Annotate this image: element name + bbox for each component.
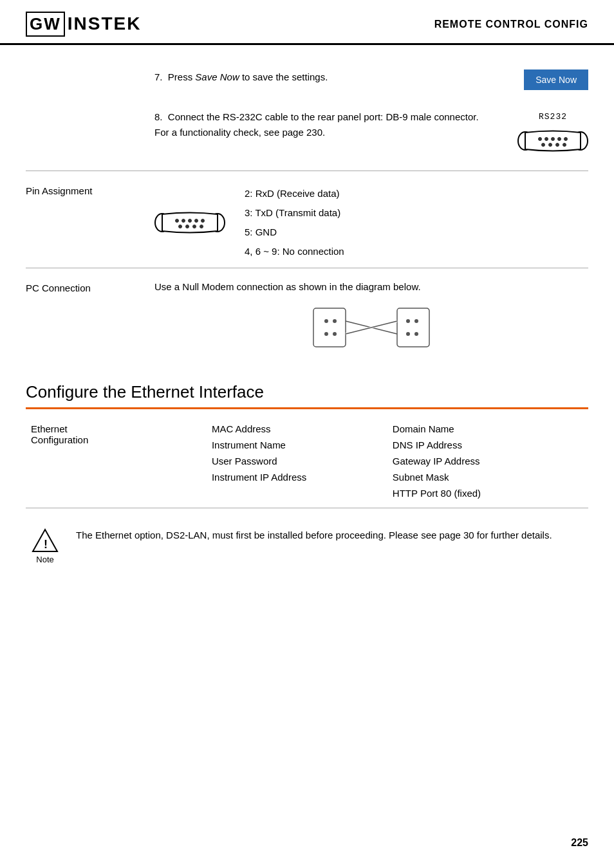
svg-point-26 bbox=[333, 332, 337, 336]
step-7-number bbox=[26, 69, 154, 71]
ethernet-table: EthernetConfiguration MAC Address Domain… bbox=[26, 421, 588, 501]
svg-point-3 bbox=[545, 138, 548, 141]
pc-connection-row: PC Connection Use a Null Modem connectio… bbox=[26, 281, 588, 363]
ethernet-col1-row5 bbox=[207, 485, 387, 501]
svg-point-7 bbox=[542, 143, 545, 147]
svg-point-21 bbox=[200, 225, 203, 228]
header-title: REMOTE CONTROL CONFIG bbox=[434, 19, 588, 30]
pin-list: 2: RxD (Receive data) 3: TxD (Transmit d… bbox=[245, 184, 344, 261]
ethernet-label: EthernetConfiguration bbox=[26, 421, 207, 501]
svg-point-24 bbox=[333, 319, 337, 323]
pin-item: 2: RxD (Receive data) bbox=[245, 184, 344, 203]
pc-connection-text: Use a Null Modem connection as shown in … bbox=[154, 281, 588, 292]
svg-point-20 bbox=[193, 225, 196, 228]
step-8-content: 8. Connect the RS-232C cable to the rear… bbox=[154, 109, 485, 140]
logo: GWINSTEK bbox=[26, 12, 141, 37]
step-8-side: RS232 bbox=[485, 109, 588, 158]
header: GWINSTEK REMOTE CONTROL CONFIG bbox=[0, 0, 614, 45]
svg-point-23 bbox=[324, 319, 328, 323]
step-8-row: 8. Connect the RS-232C cable to the rear… bbox=[26, 109, 588, 158]
step-8-number bbox=[26, 109, 154, 111]
ethernet-col1-row4: Instrument IP Address bbox=[207, 469, 387, 485]
pin-layout: 2: RxD (Receive data) 3: TxD (Transmit d… bbox=[154, 184, 588, 261]
svg-point-16 bbox=[195, 219, 198, 223]
null-modem-svg bbox=[307, 299, 436, 356]
svg-rect-27 bbox=[397, 308, 429, 347]
ethernet-col2-row3: Gateway IP Address bbox=[387, 453, 588, 469]
rs232-label: RS232 bbox=[539, 112, 567, 122]
rs232-diagram: RS232 bbox=[517, 112, 588, 158]
save-now-button[interactable]: Save Now bbox=[524, 69, 588, 90]
orange-divider bbox=[26, 407, 588, 409]
step-7-text-after: to save the settings. bbox=[239, 71, 328, 82]
pin-connector-svg bbox=[154, 206, 225, 239]
step-8-number-label: 8. bbox=[154, 111, 168, 122]
svg-point-8 bbox=[549, 143, 552, 147]
svg-rect-22 bbox=[313, 308, 346, 347]
svg-point-10 bbox=[563, 143, 566, 147]
pc-connection-label: PC Connection bbox=[26, 281, 154, 293]
pin-item: 4, 6 ~ 9: No connection bbox=[245, 242, 344, 261]
pc-connection-content: Use a Null Modem connection as shown in … bbox=[154, 281, 588, 363]
rs232-connector-svg bbox=[517, 124, 588, 158]
ethernet-col1-row3: User Password bbox=[207, 453, 387, 469]
step-8-text: Connect the RS-232C cable to the rear pa… bbox=[154, 111, 479, 138]
svg-point-13 bbox=[176, 219, 179, 223]
pin-assignment-row: Pin Assignment bbox=[26, 184, 588, 261]
step-7-italic: Save Now bbox=[195, 71, 239, 82]
svg-point-6 bbox=[564, 138, 568, 141]
svg-point-17 bbox=[201, 219, 205, 223]
note-section: ! Note The Ethernet option, DS2-LAN, mus… bbox=[26, 521, 588, 571]
logo-text: GWINSTEK bbox=[26, 14, 141, 33]
step-7-row: 7. Press Save Now to save the settings. … bbox=[26, 69, 588, 90]
svg-text:!: ! bbox=[44, 538, 48, 551]
logo-gw: GW bbox=[26, 12, 65, 37]
svg-point-19 bbox=[186, 225, 189, 228]
pin-item: 3: TxD (Transmit data) bbox=[245, 203, 344, 223]
svg-point-25 bbox=[324, 332, 328, 336]
ethernet-col2-row2: DNS IP Address bbox=[387, 437, 588, 453]
main-content: 7. Press Save Now to save the settings. … bbox=[0, 45, 614, 590]
svg-point-30 bbox=[406, 332, 410, 336]
ethernet-col2-row4: Subnet Mask bbox=[387, 469, 588, 485]
page-container: GWINSTEK REMOTE CONTROL CONFIG 7. Press … bbox=[0, 0, 614, 868]
svg-point-15 bbox=[189, 219, 192, 223]
svg-point-9 bbox=[556, 143, 559, 147]
note-icon-container: ! Note bbox=[26, 528, 64, 564]
svg-point-28 bbox=[406, 319, 410, 323]
svg-point-29 bbox=[414, 319, 418, 323]
svg-point-18 bbox=[179, 225, 182, 228]
ethernet-col2-row5: HTTP Port 80 (fixed) bbox=[387, 485, 588, 501]
ethernet-heading: Configure the Ethernet Interface bbox=[26, 382, 588, 402]
svg-point-4 bbox=[552, 138, 555, 141]
step-7-text-before: 7. Press bbox=[154, 71, 195, 82]
ethernet-config-row: EthernetConfiguration MAC Address Domain… bbox=[26, 421, 588, 437]
pin-item: 5: GND bbox=[245, 223, 344, 242]
note-text: The Ethernet option, DS2-LAN, must first… bbox=[76, 528, 552, 543]
divider-1 bbox=[26, 171, 588, 171]
svg-point-5 bbox=[558, 138, 561, 141]
note-label: Note bbox=[36, 555, 53, 564]
ethernet-col1-row2: Instrument Name bbox=[207, 437, 387, 453]
step-7-side: Save Now bbox=[485, 69, 588, 90]
pin-assignment-content: 2: RxD (Receive data) 3: TxD (Transmit d… bbox=[154, 184, 588, 261]
ethernet-col2-row1: Domain Name bbox=[387, 421, 588, 437]
step-7-content: 7. Press Save Now to save the settings. bbox=[154, 69, 485, 85]
divider-2 bbox=[26, 268, 588, 268]
svg-point-2 bbox=[539, 138, 542, 141]
divider-3 bbox=[26, 508, 588, 508]
ethernet-col1-row1: MAC Address bbox=[207, 421, 387, 437]
page-number: 225 bbox=[571, 837, 588, 849]
svg-point-31 bbox=[414, 332, 418, 336]
svg-point-14 bbox=[182, 219, 185, 223]
warning-icon: ! bbox=[31, 528, 59, 553]
pin-assignment-label: Pin Assignment bbox=[26, 184, 154, 196]
